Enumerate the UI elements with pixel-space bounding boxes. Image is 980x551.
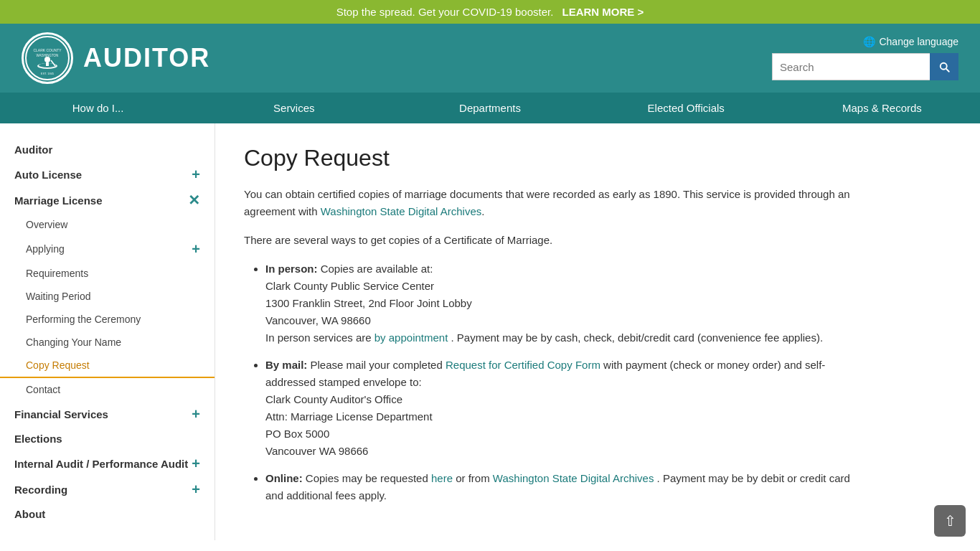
sidebar-item-copy-request[interactable]: Copy Request (0, 354, 215, 378)
globe-icon: 🌐 (863, 36, 875, 47)
recording-expand-icon: + (192, 482, 200, 496)
page-title: Copy Request (244, 145, 868, 171)
by-mail-bullet: By mail: Please mail your completed Requ… (265, 357, 868, 460)
by-mail-label: By mail: (265, 359, 307, 371)
sidebar-item-applying[interactable]: Applying + (0, 236, 215, 262)
marriage-license-collapse-icon: ✕ (188, 193, 200, 207)
sidebar-item-elections[interactable]: Elections (0, 427, 215, 451)
main-layout: Auditor Auto License + Marriage License … (0, 123, 980, 540)
svg-rect-6 (46, 62, 49, 66)
financial-services-expand-icon: + (192, 407, 200, 421)
online-here-link[interactable]: here (431, 472, 453, 484)
sidebar-item-performing-ceremony[interactable]: Performing the Ceremony (0, 308, 215, 331)
nav-elected-officials[interactable]: Elected Officials (588, 93, 784, 123)
in-person-label: In person: (265, 263, 318, 275)
in-person-bullet: In person: Copies are available at: Clar… (265, 260, 868, 347)
sidebar-item-financial-services[interactable]: Financial Services + (0, 401, 215, 427)
internal-audit-expand-icon: + (192, 456, 200, 471)
header-right: 🌐 Change language (772, 36, 958, 80)
copy-request-methods: In person: Copies are available at: Clar… (244, 260, 868, 504)
change-language-label: Change language (879, 36, 958, 47)
content-area: Copy Request You can obtain certified co… (215, 123, 897, 540)
svg-point-5 (44, 57, 50, 62)
back-to-top-button[interactable]: ⇧ (934, 505, 966, 537)
banner-text: Stop the spread. Get your COVID-19 boost… (336, 6, 554, 18)
sidebar: Auditor Auto License + Marriage License … (0, 123, 215, 540)
nav-services[interactable]: Services (196, 93, 392, 123)
search-button[interactable] (930, 53, 958, 80)
sidebar-item-recording[interactable]: Recording + (0, 476, 215, 502)
site-title: AUDITOR (83, 43, 210, 73)
top-banner: Stop the spread. Get your COVID-19 boost… (0, 0, 980, 24)
sidebar-item-contact[interactable]: Contact (0, 378, 215, 401)
sidebar-item-marriage-license[interactable]: Marriage License ✕ (0, 187, 215, 213)
main-nav: How do I... Services Departments Elected… (0, 93, 980, 123)
logo: CLARK COUNTY WASHINGTON EST. 1845 (22, 32, 73, 84)
online-label: Online: (265, 472, 303, 484)
nav-how-do-i[interactable]: How do I... (0, 93, 196, 123)
sidebar-item-overview[interactable]: Overview (0, 213, 215, 236)
by-appointment-link[interactable]: by appointment (374, 331, 448, 344)
banner-link[interactable]: LEARN MORE > (562, 6, 644, 18)
change-language-link[interactable]: 🌐 Change language (863, 36, 958, 47)
sidebar-item-changing-name[interactable]: Changing Your Name (0, 331, 215, 354)
svg-text:EST. 1845: EST. 1845 (41, 72, 55, 75)
intro-paragraph-2: There are several ways to get copies of … (244, 232, 868, 249)
search-input[interactable] (772, 53, 930, 80)
search-bar (772, 53, 958, 80)
auto-license-expand-icon: + (192, 167, 200, 182)
sidebar-item-internal-audit[interactable]: Internal Audit / Performance Audit + (0, 451, 215, 476)
online-bullet: Online: Copies may be requested here or … (265, 470, 868, 504)
sidebar-item-waiting-period[interactable]: Waiting Period (0, 285, 215, 308)
intro-paragraph-1: You can obtain certified copies of marri… (244, 186, 868, 220)
sidebar-item-auto-license[interactable]: Auto License + (0, 161, 215, 187)
wa-state-digital-archives-link-1[interactable]: Washington State Digital Archives (321, 205, 482, 217)
sidebar-item-auditor[interactable]: Auditor (0, 138, 215, 161)
nav-maps-records[interactable]: Maps & Records (784, 93, 980, 123)
header: CLARK COUNTY WASHINGTON EST. 1845 AUDITO… (0, 24, 980, 93)
header-left: CLARK COUNTY WASHINGTON EST. 1845 AUDITO… (22, 32, 210, 84)
svg-text:CLARK COUNTY: CLARK COUNTY (33, 48, 62, 52)
certified-copy-form-link[interactable]: Request for Certified Copy Form (446, 359, 600, 371)
wa-state-digital-archives-link-2[interactable]: Washington State Digital Archives (493, 472, 654, 484)
applying-expand-icon: + (192, 242, 200, 256)
nav-departments[interactable]: Departments (392, 93, 588, 123)
sidebar-item-about[interactable]: About (0, 502, 215, 526)
sidebar-item-requirements[interactable]: Requirements (0, 262, 215, 285)
